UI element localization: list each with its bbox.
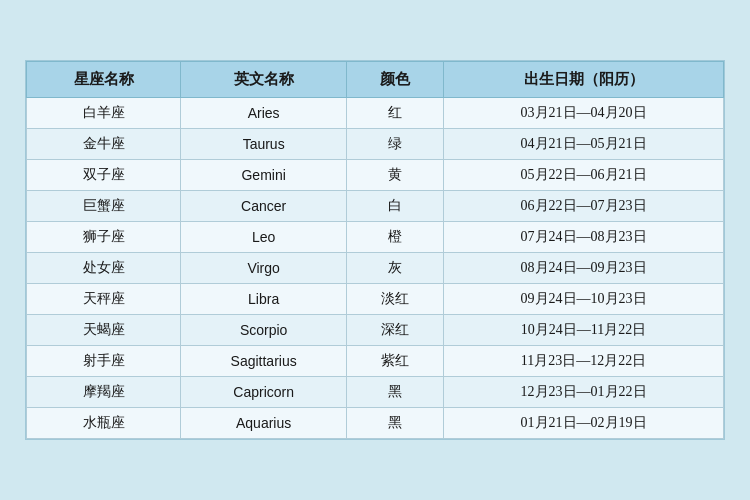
table-row: 天秤座Libra淡红09月24日—10月23日 <box>27 284 724 315</box>
header-dates: 出生日期（阳历） <box>444 62 724 98</box>
cell-color: 灰 <box>347 253 444 284</box>
table-body: 白羊座Aries红03月21日—04月20日金牛座Taurus绿04月21日—0… <box>27 98 724 439</box>
cell-color: 黄 <box>347 160 444 191</box>
cell-color: 黑 <box>347 377 444 408</box>
table-row: 狮子座Leo橙07月24日—08月23日 <box>27 222 724 253</box>
table-row: 天蝎座Scorpio深红10月24日—11月22日 <box>27 315 724 346</box>
cell-english-name: Gemini <box>181 160 347 191</box>
table-row: 处女座Virgo灰08月24日—09月23日 <box>27 253 724 284</box>
table-row: 白羊座Aries红03月21日—04月20日 <box>27 98 724 129</box>
zodiac-table: 星座名称 英文名称 颜色 出生日期（阳历） 白羊座Aries红03月21日—04… <box>26 61 724 439</box>
cell-dates: 08月24日—09月23日 <box>444 253 724 284</box>
cell-dates: 09月24日—10月23日 <box>444 284 724 315</box>
cell-english-name: Cancer <box>181 191 347 222</box>
cell-english-name: Aries <box>181 98 347 129</box>
cell-dates: 12月23日—01月22日 <box>444 377 724 408</box>
cell-chinese-name: 摩羯座 <box>27 377 181 408</box>
cell-dates: 01月21日—02月19日 <box>444 408 724 439</box>
table-row: 巨蟹座Cancer白06月22日—07月23日 <box>27 191 724 222</box>
cell-chinese-name: 天秤座 <box>27 284 181 315</box>
cell-color: 白 <box>347 191 444 222</box>
cell-color: 黑 <box>347 408 444 439</box>
cell-color: 淡红 <box>347 284 444 315</box>
cell-color: 橙 <box>347 222 444 253</box>
cell-english-name: Leo <box>181 222 347 253</box>
cell-chinese-name: 白羊座 <box>27 98 181 129</box>
cell-english-name: Virgo <box>181 253 347 284</box>
table-row: 摩羯座Capricorn黑12月23日—01月22日 <box>27 377 724 408</box>
cell-english-name: Scorpio <box>181 315 347 346</box>
cell-english-name: Taurus <box>181 129 347 160</box>
cell-dates: 07月24日—08月23日 <box>444 222 724 253</box>
cell-chinese-name: 天蝎座 <box>27 315 181 346</box>
cell-english-name: Sagittarius <box>181 346 347 377</box>
header-color: 颜色 <box>347 62 444 98</box>
cell-dates: 11月23日—12月22日 <box>444 346 724 377</box>
table-header-row: 星座名称 英文名称 颜色 出生日期（阳历） <box>27 62 724 98</box>
cell-chinese-name: 金牛座 <box>27 129 181 160</box>
cell-color: 绿 <box>347 129 444 160</box>
cell-dates: 06月22日—07月23日 <box>444 191 724 222</box>
cell-color: 紫红 <box>347 346 444 377</box>
cell-chinese-name: 射手座 <box>27 346 181 377</box>
cell-chinese-name: 狮子座 <box>27 222 181 253</box>
table-row: 双子座Gemini黄05月22日—06月21日 <box>27 160 724 191</box>
cell-chinese-name: 巨蟹座 <box>27 191 181 222</box>
zodiac-table-container: 星座名称 英文名称 颜色 出生日期（阳历） 白羊座Aries红03月21日—04… <box>25 60 725 440</box>
table-row: 金牛座Taurus绿04月21日—05月21日 <box>27 129 724 160</box>
table-row: 水瓶座Aquarius黑01月21日—02月19日 <box>27 408 724 439</box>
header-english-name: 英文名称 <box>181 62 347 98</box>
cell-chinese-name: 处女座 <box>27 253 181 284</box>
cell-english-name: Aquarius <box>181 408 347 439</box>
cell-chinese-name: 水瓶座 <box>27 408 181 439</box>
cell-dates: 03月21日—04月20日 <box>444 98 724 129</box>
cell-english-name: Capricorn <box>181 377 347 408</box>
cell-color: 深红 <box>347 315 444 346</box>
table-row: 射手座Sagittarius紫红11月23日—12月22日 <box>27 346 724 377</box>
cell-color: 红 <box>347 98 444 129</box>
header-chinese-name: 星座名称 <box>27 62 181 98</box>
cell-english-name: Libra <box>181 284 347 315</box>
cell-dates: 05月22日—06月21日 <box>444 160 724 191</box>
cell-dates: 04月21日—05月21日 <box>444 129 724 160</box>
cell-chinese-name: 双子座 <box>27 160 181 191</box>
cell-dates: 10月24日—11月22日 <box>444 315 724 346</box>
